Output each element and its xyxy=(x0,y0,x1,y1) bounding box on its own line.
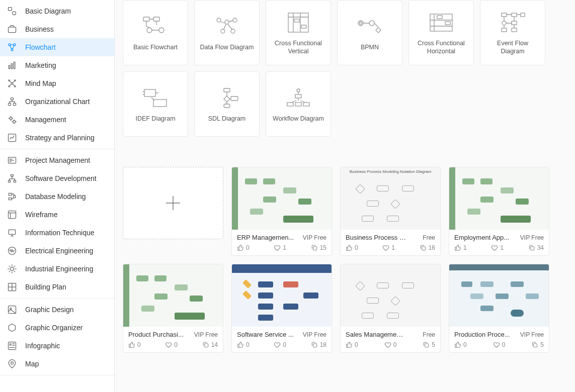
svg-rect-65 xyxy=(231,96,238,101)
svg-rect-6 xyxy=(9,65,10,69)
svg-rect-26 xyxy=(14,195,16,198)
svg-point-1 xyxy=(13,12,16,15)
template-stats: 0116 xyxy=(346,244,435,251)
diagram-type-event-flow-diagram[interactable]: Event Flow Diagram xyxy=(480,0,545,65)
sidebar-item-management[interactable]: Management xyxy=(0,111,114,129)
svg-point-49 xyxy=(358,21,363,26)
tree-icon xyxy=(7,173,17,183)
sidebar-item-wireframe[interactable]: Wireframe xyxy=(0,206,114,224)
sidebar-item-flowchart[interactable]: Flowchart xyxy=(0,38,114,56)
template-hearts-count: 1 xyxy=(391,244,395,251)
svg-rect-46 xyxy=(288,13,308,32)
svg-rect-66 xyxy=(224,104,230,108)
sidebar-item-software-development[interactable]: Software Development xyxy=(0,169,114,187)
map-pin-icon xyxy=(7,359,17,369)
sidebar-item-mind-map[interactable]: Mind Map xyxy=(0,74,114,92)
diagram-type-icon xyxy=(283,85,313,111)
diagram-type-data-flow-diagram[interactable]: Data Flow Diagram xyxy=(194,0,260,65)
template-card[interactable]: Software Service ...VIP Free0018 xyxy=(231,264,332,353)
svg-rect-38 xyxy=(153,17,159,21)
sidebar-item-information-technique[interactable]: Information Technique xyxy=(0,224,114,242)
sidebar-item-basic-diagram[interactable]: Basic Diagram xyxy=(0,2,114,20)
svg-rect-2 xyxy=(9,27,16,33)
sidebar-item-graphic-design[interactable]: Graphic Design xyxy=(0,301,114,319)
org-chart-icon xyxy=(7,96,17,107)
svg-rect-68 xyxy=(295,94,301,98)
sidebar-item-business[interactable]: Business xyxy=(0,20,114,38)
circuit-icon xyxy=(7,246,17,256)
diagram-type-grid: Basic FlowchartData Flow DiagramCross Fu… xyxy=(123,0,567,137)
template-likes-count: 0 xyxy=(463,341,467,348)
template-badge: VIP Free xyxy=(303,234,326,241)
svg-rect-60 xyxy=(502,28,507,32)
template-meta: Employment App...VIP Free1134 xyxy=(449,230,549,255)
info-tech-icon xyxy=(7,228,17,238)
svg-point-44 xyxy=(221,29,225,33)
template-meta: Business Process Mo...Free0116 xyxy=(341,230,440,255)
template-card[interactable]: Business Process Modeling Notation Diagr… xyxy=(340,167,441,256)
template-copies-count: 16 xyxy=(429,244,435,251)
template-card[interactable]: ERP Managemen...VIP Free0115 xyxy=(231,167,332,256)
template-card[interactable]: Employment App...VIP Free1134 xyxy=(449,167,549,256)
diagram-type-bpmn[interactable]: BPMN xyxy=(337,0,402,65)
sidebar-item-label: Mind Map xyxy=(25,79,56,87)
svg-rect-56 xyxy=(512,13,517,17)
svg-rect-74 xyxy=(530,247,534,250)
svg-point-18 xyxy=(13,121,16,123)
thumbsup-icon xyxy=(237,341,244,348)
sidebar-item-label: Software Development xyxy=(25,174,97,182)
sidebar-item-map[interactable]: Map xyxy=(0,355,114,373)
svg-point-50 xyxy=(360,22,362,24)
sidebar-item-building-plan[interactable]: Building Plan xyxy=(0,278,114,296)
sidebar-item-label: Wireframe xyxy=(25,211,58,219)
diagram-type-workflow-diagram[interactable]: Workflow Diagram xyxy=(266,71,331,137)
diagram-type-label: Workflow Diagram xyxy=(273,115,324,123)
sidebar-item-database-modeling[interactable]: Database Modeling xyxy=(0,187,114,206)
diagram-type-idef-diagram[interactable]: IDEF Diagram xyxy=(123,71,188,137)
new-blank-template[interactable] xyxy=(123,167,223,239)
sidebar-item-label: Management xyxy=(25,116,66,124)
database-icon xyxy=(7,191,17,202)
template-card[interactable]: Product Purchasi...VIP Free0014 xyxy=(123,264,223,353)
trend-icon xyxy=(7,133,17,143)
sidebar-item-organizational-chart[interactable]: Organizational Chart xyxy=(0,92,114,111)
copy-icon xyxy=(531,341,538,348)
svg-rect-78 xyxy=(534,344,537,347)
sidebar-item-industrial-engineering[interactable]: Industrial Engineering xyxy=(0,260,114,278)
svg-rect-27 xyxy=(9,211,16,219)
sidebar-item-infographic[interactable]: Infographic xyxy=(0,337,114,355)
template-stats: 0014 xyxy=(128,341,218,348)
diagram-type-icon xyxy=(212,14,242,39)
template-copies: 5 xyxy=(423,341,435,348)
template-thumbnail: Business Process Modeling Notation Diagr… xyxy=(341,167,440,230)
svg-rect-73 xyxy=(422,247,425,250)
template-card[interactable]: Production Proce...VIP Free005 xyxy=(449,264,549,353)
svg-rect-25 xyxy=(9,198,12,200)
sidebar-group-3: Graphic DesignGraphic OrganizerInfograph… xyxy=(0,299,114,375)
diagram-type-icon xyxy=(355,14,385,39)
diagram-type-sdl-diagram[interactable]: SDL Diagram xyxy=(194,71,260,137)
sidebar-item-marketing[interactable]: Marketing xyxy=(0,56,114,74)
sidebar-item-graphic-organizer[interactable]: Graphic Organizer xyxy=(0,319,114,337)
svg-rect-7 xyxy=(11,64,13,69)
diagram-type-basic-flowchart[interactable]: Basic Flowchart xyxy=(123,0,188,65)
template-likes-count: 0 xyxy=(246,244,250,251)
copy-icon xyxy=(528,244,535,251)
sidebar-item-electrical-engineering[interactable]: Electrical Engineering xyxy=(0,242,114,260)
svg-rect-53 xyxy=(437,16,442,19)
sidebar: Basic DiagramBusinessFlowchartMarketingM… xyxy=(0,0,115,392)
sidebar-item-project-management[interactable]: Project Management xyxy=(0,151,114,169)
diagram-type-cross-functional-vertical[interactable]: Cross Functional Vertical xyxy=(266,0,331,65)
template-hearts: 0 xyxy=(384,341,397,348)
svg-point-30 xyxy=(11,267,14,271)
sidebar-item-strategy-and-planning[interactable]: Strategy and Planning xyxy=(0,129,114,147)
sidebar-item-label: Map xyxy=(25,360,39,368)
template-copies-count: 5 xyxy=(432,341,435,348)
svg-rect-64 xyxy=(224,88,230,92)
template-card[interactable]: Sales Management C...Free005 xyxy=(340,264,441,353)
industrial-icon xyxy=(7,264,17,274)
template-thumbnail xyxy=(232,167,332,230)
template-copies-count: 15 xyxy=(320,244,326,251)
diagram-type-cross-functional-horizontal[interactable]: Cross Functional Horizontal xyxy=(408,0,474,65)
sidebar-item-label: Project Management xyxy=(25,156,90,164)
